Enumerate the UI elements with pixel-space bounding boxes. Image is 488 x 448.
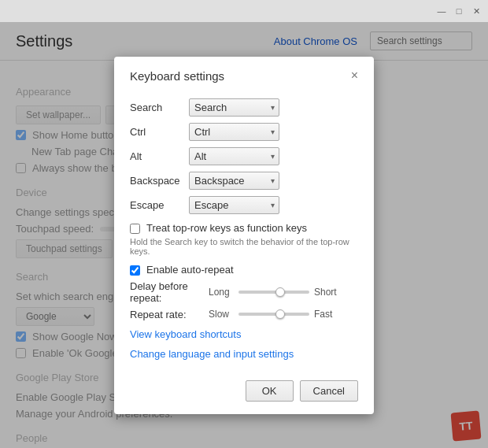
- escape-key-label: Escape: [130, 199, 189, 211]
- slider-section: Delay before repeat: Long Short Repeat r…: [130, 280, 358, 320]
- auto-repeat-checkbox[interactable]: [130, 265, 140, 276]
- close-window-button[interactable]: ✕: [471, 6, 482, 17]
- escape-key-select-wrap: Escape: [189, 196, 279, 214]
- ctrl-key-select[interactable]: Ctrl: [189, 123, 279, 141]
- search-key-label: Search: [130, 102, 189, 113]
- change-language-link[interactable]: Change language and input settings: [130, 348, 358, 360]
- delay-slider-thumb[interactable]: [275, 287, 285, 297]
- keyboard-settings-dialog: Keyboard settings × Search Search Ctrl: [114, 57, 374, 414]
- search-key-row: Search Search: [130, 98, 358, 117]
- repeat-slider-track[interactable]: [238, 313, 309, 316]
- repeat-min-label: Slow: [209, 309, 234, 320]
- repeat-rate-label: Repeat rate:: [130, 309, 209, 320]
- delay-slider-track[interactable]: [238, 291, 309, 294]
- dialog-close-button[interactable]: ×: [351, 69, 358, 82]
- ctrl-key-label: Ctrl: [130, 126, 189, 138]
- settings-page: Settings About Chrome OS Appearance Set …: [0, 22, 488, 448]
- auto-repeat-row: Enable auto-repeat: [130, 264, 358, 276]
- ok-button[interactable]: OK: [246, 380, 294, 402]
- dialog-header: Keyboard settings ×: [114, 57, 374, 92]
- dialog-title: Keyboard settings: [130, 69, 224, 83]
- search-key-select[interactable]: Search: [189, 98, 279, 117]
- backspace-key-row: Backspace Backspace: [130, 172, 358, 190]
- cancel-button[interactable]: Cancel: [300, 380, 358, 402]
- backspace-key-select[interactable]: Backspace: [189, 172, 279, 190]
- modal-overlay: Keyboard settings × Search Search Ctrl: [0, 22, 488, 448]
- repeat-rate-row: Repeat rate: Slow Fast: [130, 309, 358, 320]
- alt-key-row: Alt Alt: [130, 147, 358, 165]
- dialog-body: Search Search Ctrl Ctrl: [114, 92, 374, 372]
- ctrl-key-select-wrap: Ctrl: [189, 123, 279, 141]
- escape-key-select[interactable]: Escape: [189, 196, 279, 214]
- alt-key-select-wrap: Alt: [189, 147, 279, 165]
- search-key-select-wrap: Search: [189, 98, 279, 117]
- delay-min-label: Long: [209, 287, 234, 298]
- backspace-key-label: Backspace: [130, 175, 189, 187]
- function-keys-checkbox[interactable]: [130, 224, 140, 234]
- minimize-button[interactable]: —: [436, 6, 447, 17]
- repeat-max-label: Fast: [314, 309, 332, 320]
- delay-max-label: Short: [314, 287, 337, 298]
- repeat-slider-thumb[interactable]: [275, 309, 285, 319]
- title-bar: — □ ✕: [0, 0, 488, 22]
- function-keys-row: Treat top-row keys as function keys: [130, 222, 358, 234]
- alt-key-select[interactable]: Alt: [189, 147, 279, 165]
- delay-row: Delay before repeat: Long Short: [130, 280, 358, 304]
- maximize-button[interactable]: □: [453, 6, 464, 17]
- ctrl-key-row: Ctrl Ctrl: [130, 123, 358, 141]
- function-keys-label: Treat top-row keys as function keys: [146, 222, 307, 234]
- dialog-footer: OK Cancel: [114, 372, 374, 414]
- alt-key-label: Alt: [130, 150, 189, 162]
- function-keys-hint: Hold the Search key to switch the behavi…: [130, 237, 358, 256]
- view-shortcuts-link[interactable]: View keyboard shortcuts: [130, 328, 358, 340]
- escape-key-row: Escape Escape: [130, 196, 358, 214]
- backspace-key-select-wrap: Backspace: [189, 172, 279, 190]
- delay-label: Delay before repeat:: [130, 280, 209, 304]
- auto-repeat-label: Enable auto-repeat: [146, 264, 234, 276]
